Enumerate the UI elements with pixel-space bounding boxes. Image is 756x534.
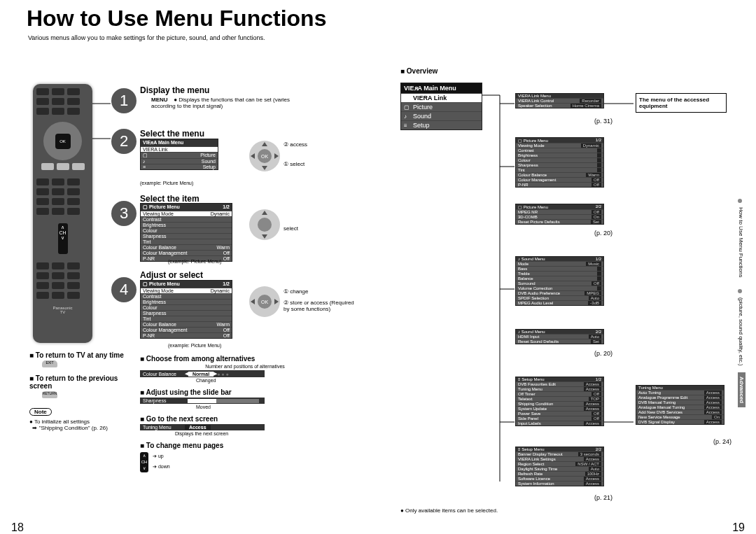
step-3-label: Select the item [140, 194, 200, 204]
left-notes: To return to TV at any timeEXIT To retur… [29, 351, 124, 438]
note-label: Note [29, 408, 52, 416]
picture-menu-2: ▢ Picture Menu2/2MPEG NROff3D-COMBOnRese… [515, 204, 604, 225]
mini-picture-menu-2: ▢ Picture Menu1/2Viewing ModeDynamicCont… [140, 280, 232, 339]
step-3-caption: (example: Picture Menu) [168, 259, 221, 264]
sound-menu-1: ♪ Sound Menu1/2ModeMusicBassTrebleBalanc… [515, 256, 604, 306]
overview-footnote: ● Only available items can be selected. [400, 507, 498, 514]
intro-text: Various menus allow you to make settings… [28, 34, 756, 41]
svg-text:OK: OK [261, 154, 268, 159]
step-2-caption: (example: Picture Menu) [140, 181, 193, 185]
dpad-label-select: select [284, 225, 298, 232]
picture-menu-1: ▢ Picture Menu1/2Viewing ModeDynamicCont… [515, 137, 604, 188]
step-3-circle: 3 [111, 201, 136, 226]
page-ref: (p. 20) [581, 230, 612, 237]
remote-control: OK ∧CH∨ PanasonicTV [33, 84, 92, 343]
dpad-label-store: ② store or access (Required by some func… [284, 300, 360, 312]
page-number-left: 18 [11, 521, 24, 534]
dpad-icon [248, 209, 281, 241]
setup-menu-2: ≡ Setup Menu2/2Banner Display Timeout3 s… [515, 447, 604, 486]
dpad-label-access: ② access [284, 141, 307, 148]
step-1-desc: MENU ● Displays the functions that can b… [151, 97, 291, 109]
return-button-icon: RETURN [42, 391, 57, 398]
dpad-label-select: ① select [284, 161, 304, 167]
overview-label: Overview [400, 67, 438, 75]
step-2-label: Select the menu [140, 129, 204, 139]
step-1-label: Display the menu [140, 85, 209, 95]
exit-button-icon: EXIT [42, 360, 57, 367]
page-title: How to Use Menu Functions [27, 6, 756, 31]
dpad-icon: OK [248, 140, 281, 172]
mini-picture-menu-1: ▢ Picture Menu1/2Viewing ModeDynamicCont… [140, 203, 232, 262]
dpad-icon: OK [248, 286, 281, 318]
adjust-options: Choose from among alternatives Number an… [140, 355, 350, 472]
connector-lines [0, 6, 756, 534]
page-ref: (p. 31) [581, 118, 612, 125]
svg-point-14 [258, 218, 272, 232]
remote-ok-button: OK [55, 134, 71, 149]
setup-menu-1: ≡ Setup Menu1/2DVB Favourites EditAccess… [515, 377, 604, 426]
overview-main-menu: VIEᴙA Main Menu VIERA Link ▢Picture ♪Sou… [400, 83, 482, 130]
ch-button-icon: ∧CH∨ [140, 452, 148, 472]
side-tab: How to Use Menu Functions (picture, soun… [738, 195, 749, 414]
page-number-right: 19 [732, 521, 745, 534]
colour-balance-row: Colour Balance◀Normal▶● ● ● [140, 370, 265, 377]
step-2-circle: 2 [111, 129, 136, 154]
step-1-circle: 1 [111, 88, 136, 113]
step-4-label: Adjust or select [140, 270, 203, 280]
tuning-menu-row: Tuning MenuAccess [140, 424, 265, 430]
sound-menu-2: ♪ Sound Menu2/2HDMI InputAutoReset Sound… [515, 329, 604, 344]
viera-link-menu: VIERA Link MenuVIERA Link ControlRecorde… [515, 93, 604, 108]
sharpness-row: Sharpness [140, 398, 265, 404]
equipment-menu-box: The menu of the accessed equipment [636, 93, 727, 113]
step-4-circle: 4 [111, 277, 136, 302]
tuning-menu: Tuning MenuAuto TuningAccessAnalogue Pro… [636, 385, 724, 425]
page-ref: (p. 20) [581, 350, 612, 357]
svg-text:OK: OK [261, 300, 268, 304]
dpad-label-change: ① change [284, 288, 308, 295]
mini-main-menu: VIEᴙA Main Menu VIERA Link ▢ Picture ♪ S… [140, 139, 218, 170]
page-ref: (p. 21) [581, 494, 612, 501]
page-ref: (p. 24) [700, 438, 732, 445]
step-4-caption: (example: Picture Menu) [168, 343, 221, 348]
